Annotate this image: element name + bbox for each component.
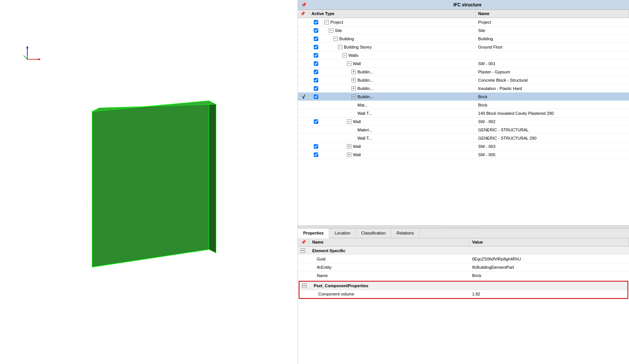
tree-name-col: Plaster - Gypsum	[476, 69, 629, 75]
tree-check-col[interactable]	[309, 113, 323, 114]
col-pin: 📌	[298, 10, 309, 18]
expand-icon[interactable]: +	[351, 86, 356, 91]
tree-row[interactable]: Wall T...140 Block Insulated Cavity Plas…	[298, 109, 629, 117]
tab-location[interactable]: Location	[329, 228, 356, 238]
tree-checkbox[interactable]	[314, 70, 318, 74]
tree-row[interactable]: −Building StoreyGround Floor	[298, 43, 629, 51]
tree-row[interactable]: √−Buildin...Brick	[298, 93, 629, 101]
tree-row[interactable]: −Walls	[298, 51, 629, 59]
tab-properties[interactable]: Properties	[298, 228, 329, 238]
tree-checkbox[interactable]	[314, 152, 318, 157]
tree-check-col[interactable]	[309, 129, 323, 131]
tree-type-text: Project	[330, 20, 343, 24]
svg-marker-5	[92, 101, 209, 267]
group-expand-icon[interactable]: −	[298, 248, 309, 254]
tree-row[interactable]: +Buildin...Concrete Block - Structural	[298, 76, 629, 84]
tree-type-col: +Buildin...	[323, 85, 476, 91]
pin-icon-header: 📌	[300, 11, 305, 16]
tab-classification[interactable]: Classification	[356, 228, 391, 238]
tree-type-col: −Site	[323, 27, 476, 34]
tree-name-col: GENERIC - STRUCTURAL 290	[476, 135, 629, 141]
expand-icon[interactable]: −	[333, 37, 338, 41]
expand-icon[interactable]: −	[347, 61, 351, 66]
tree-row[interactable]: +Buildin...Insulation - Plastic Hard	[298, 84, 629, 93]
tree-row[interactable]: −ProjectProject	[298, 18, 629, 26]
tree-check-col[interactable]	[309, 61, 323, 67]
ifc-tree-body[interactable]: −ProjectProject−SiteSite−BuildingBuildin…	[298, 18, 629, 225]
tree-name-col: Site	[476, 27, 629, 34]
tree-check-col[interactable]	[309, 19, 323, 25]
tree-checkbox[interactable]	[314, 144, 318, 149]
tree-type-col: −Wall	[323, 119, 476, 125]
pset-highlight-box: − Pset_ComponentProperties Component vol…	[299, 281, 628, 299]
3d-viewport	[0, 0, 298, 364]
tree-check-col[interactable]	[309, 94, 323, 100]
tree-checkbox[interactable]	[314, 45, 318, 49]
tree-checkbox[interactable]	[314, 61, 318, 66]
tree-checkbox[interactable]	[314, 28, 318, 33]
tree-check-col[interactable]	[309, 119, 323, 125]
element-specific-group: − Element Specific	[298, 247, 629, 255]
tree-check-col[interactable]	[309, 143, 323, 149]
tree-name-col: Concrete Block - Structural	[476, 77, 629, 83]
expand-icon[interactable]: −	[329, 28, 333, 33]
tree-check-col[interactable]	[309, 69, 323, 75]
expand-icon[interactable]: +	[347, 152, 351, 157]
tree-row[interactable]: Wall T...GENERIC - STRUCTURAL 290	[298, 134, 629, 142]
tree-check-col[interactable]	[309, 36, 323, 42]
tree-check-col[interactable]	[309, 27, 323, 34]
svg-marker-6	[209, 101, 216, 253]
prop-ifc-entity: IfcEntity IfcBuildingElementPart	[298, 263, 629, 271]
tree-row[interactable]: Materi...GENERIC - STRUCTURAL	[298, 126, 629, 134]
tree-row[interactable]: Mat...Brick	[298, 101, 629, 109]
tab-relations[interactable]: Relations	[391, 228, 420, 238]
expand-icon[interactable]: −	[338, 45, 342, 49]
tree-row[interactable]: +WallSW - 003	[298, 142, 629, 151]
tree-name-col: Building	[476, 36, 629, 42]
pin-icon[interactable]: 📌	[301, 2, 307, 8]
pset-group-header: − Pset_ComponentProperties	[299, 282, 627, 290]
tree-checkbox[interactable]	[314, 20, 318, 24]
tree-row[interactable]: −BuildingBuilding	[298, 35, 629, 43]
tree-check-col[interactable]	[309, 137, 323, 139]
tree-type-text: Buildin...	[357, 70, 373, 74]
tree-check-col[interactable]	[309, 85, 323, 91]
tree-row[interactable]: −WallSW - 002	[298, 117, 629, 126]
tree-checkbox[interactable]	[314, 37, 318, 41]
tree-check-col[interactable]	[309, 44, 323, 50]
expand-icon[interactable]: +	[351, 70, 356, 74]
expand-icon[interactable]: −	[342, 53, 347, 58]
expand-icon[interactable]: +	[347, 144, 351, 149]
tree-row[interactable]: +Buildin...Plaster - Gypsum	[298, 68, 629, 76]
tree-checkbox[interactable]	[314, 78, 318, 82]
ifc-panel-title: IFC structure	[309, 2, 626, 8]
expand-icon[interactable]: −	[324, 20, 329, 24]
tree-check-col[interactable]	[309, 104, 323, 106]
tree-row[interactable]: −SiteSite	[298, 26, 629, 35]
tree-type-text: Walls	[348, 53, 358, 58]
tree-name-col: SW - 001	[476, 61, 629, 67]
tree-type-text: Building	[339, 37, 354, 41]
tree-checkbox[interactable]	[314, 94, 318, 99]
tree-checkbox[interactable]	[314, 119, 318, 124]
tree-checkbox[interactable]	[314, 53, 318, 58]
tree-checkbox[interactable]	[314, 86, 318, 91]
tree-type-text: Buildin...	[357, 78, 373, 82]
tree-row[interactable]: +WallSW - 005	[298, 151, 629, 159]
expand-icon[interactable]: −	[351, 94, 356, 99]
tree-check-col[interactable]	[309, 77, 323, 83]
tree-row[interactable]: −WallSW - 001	[298, 59, 629, 68]
tree-type-text: Wall T...	[357, 111, 372, 116]
tree-type-text: Mat...	[357, 103, 368, 107]
3d-wall	[77, 94, 220, 271]
tree-name-col: Brick	[476, 102, 629, 108]
expand-icon[interactable]: −	[347, 119, 351, 124]
tree-check-col[interactable]	[309, 52, 323, 58]
props-body: − Element Specific Guid 0EqcZS0fxifVlRp8…	[298, 247, 629, 364]
panel-splitter[interactable]: · · · · · · · · · ·	[298, 225, 629, 228]
expand-icon[interactable]: +	[351, 78, 356, 82]
tree-check-col[interactable]	[309, 152, 323, 158]
component-volume-label: Component volume	[311, 291, 469, 297]
pset-expand-icon[interactable]: −	[299, 283, 311, 289]
tree-name-col: SW - 002	[476, 119, 629, 125]
